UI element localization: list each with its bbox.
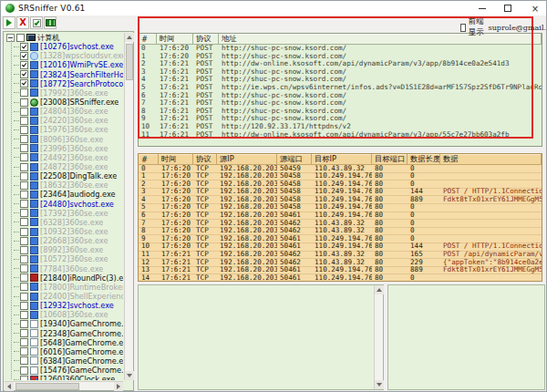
process-checkbox[interactable] — [20, 117, 28, 125]
tree-root-item[interactable]: 计算机 — [5, 33, 123, 42]
process-tree-item[interactable]: [17992]360se.exe — [5, 88, 123, 98]
process-checkbox[interactable] — [20, 61, 28, 69]
start-capture-button[interactable] — [3, 16, 15, 29]
root-checkbox[interactable] — [16, 34, 25, 42]
process-checkbox[interactable] — [20, 237, 28, 245]
process-tree-item[interactable]: [21840]iRoundPic(3).exe — [5, 273, 123, 283]
request-row[interactable]: 917:6:21POSThttp://shuc-pc-snow.ksord.co… — [139, 115, 542, 123]
request-row[interactable]: 017:6:20POSThttp://shuc-pc-snow.ksord.co… — [139, 45, 542, 53]
process-tree-item[interactable]: [22668]360se.exe — [5, 236, 123, 245]
scroll-down-button[interactable] — [375, 380, 384, 389]
process-tree-item[interactable]: [22508]DingTalk.exe — [5, 171, 123, 181]
process-checkbox[interactable] — [20, 329, 28, 337]
column-header[interactable]: 协议 — [193, 154, 217, 165]
minimize-button[interactable] — [475, 2, 490, 15]
column-header[interactable]: 目标端口 — [372, 154, 408, 165]
process-tree-item[interactable]: [15976]360se.exe — [5, 125, 123, 134]
request-row[interactable]: 717:6:21POSThttp://shuc-pc-snow.ksord.co… — [139, 99, 542, 108]
column-header[interactable]: # — [139, 154, 159, 165]
process-tree-item[interactable]: [24480]svchost.exe — [5, 200, 123, 209]
process-checkbox[interactable] — [20, 218, 28, 226]
column-header[interactable]: 数据长度 — [408, 154, 440, 165]
scroll-up-button[interactable] — [125, 33, 134, 42]
process-checkbox[interactable] — [20, 153, 28, 161]
front-display-checkbox[interactable] — [460, 24, 466, 32]
process-tree-item[interactable]: [23008]SRSniffer.exe — [5, 98, 123, 107]
process-tree-item[interactable]: [1260]360Clock.exe — [5, 375, 123, 380]
process-checkbox[interactable] — [20, 126, 28, 134]
network-adapter-button[interactable] — [44, 16, 57, 29]
process-tree-item[interactable]: [15476]GameChrome.exe — [5, 366, 123, 375]
filter-options-button[interactable] — [30, 16, 43, 29]
process-tree-item[interactable]: [8096]360se.exe — [5, 135, 123, 144]
process-checkbox[interactable] — [20, 311, 28, 319]
process-checkbox[interactable] — [20, 366, 28, 375]
process-tree-item[interactable]: [18632]360se.exe — [5, 181, 123, 190]
process-tree-item[interactable]: [12016]WmiPrvSE.exe — [5, 60, 123, 69]
request-row[interactable]: 817:6:21POSThttp://shuc-pc-snow.ksord.co… — [139, 108, 542, 116]
process-tree-item[interactable]: [17392]360se.exe — [5, 209, 123, 218]
request-row[interactable]: 317:6:21POSThttp://shuc-pc-snow.ksord.co… — [139, 68, 542, 77]
request-row[interactable]: 1117:6:21POSThttp://dw-online.ksosoft.co… — [139, 131, 542, 139]
process-tree-item[interactable]: [19340]GameChrome.exe — [5, 319, 123, 328]
process-tree-item[interactable]: [8992]360se.exe — [5, 245, 123, 254]
process-tree-item[interactable]: [5648]GameChrome.exe — [5, 338, 123, 347]
column-header[interactable]: # — [139, 34, 157, 45]
process-checkbox[interactable] — [20, 52, 28, 60]
process-checkbox[interactable] — [20, 320, 28, 328]
column-header[interactable]: 目标IP — [312, 154, 372, 165]
process-tree-item[interactable]: [10608]360se.exe — [5, 310, 123, 319]
detail-vertical-scrollbar[interactable] — [374, 285, 383, 389]
process-tree-item[interactable]: [10572]360se.exe — [5, 254, 123, 263]
process-tree-item[interactable]: [23824]SearchFilterHost.ex — [5, 70, 123, 79]
process-checkbox[interactable] — [20, 163, 28, 171]
packet-detail-pane[interactable] — [138, 284, 384, 390]
process-tree-item[interactable]: [24872]360se.exe — [5, 162, 123, 171]
request-row[interactable]: 217:6:21POSThttp://dw-online.ksosoft.com… — [139, 60, 542, 68]
process-tree-item[interactable]: [24804]360se.exe — [5, 107, 123, 116]
process-checkbox[interactable] — [20, 347, 28, 356]
scroll-right-button[interactable] — [114, 382, 123, 391]
process-tree-item[interactable]: [10276]svchost.exe — [5, 42, 123, 51]
request-row[interactable]: 1017:6:21POSThttp://120.92.33.171/httpdn… — [139, 123, 542, 131]
process-checkbox[interactable] — [20, 356, 28, 365]
process-checkbox[interactable] — [20, 172, 28, 181]
process-checkbox[interactable] — [20, 209, 28, 217]
hex-detail-pane[interactable] — [387, 284, 545, 390]
process-checkbox[interactable] — [20, 181, 28, 190]
maximize-button[interactable] — [501, 2, 515, 15]
process-checkbox[interactable] — [20, 191, 28, 199]
process-tree-item[interactable]: [24220]360se.exe — [5, 116, 123, 125]
scroll-left-button[interactable] — [5, 382, 14, 391]
process-tree-item[interactable]: [18772]SearchProtocolHost. — [5, 79, 123, 88]
process-checkbox[interactable] — [20, 108, 28, 116]
process-checkbox[interactable] — [20, 293, 28, 301]
stop-capture-button[interactable]: X — [16, 16, 29, 29]
process-tree-item[interactable]: [24492]360se.exe — [5, 153, 123, 162]
column-header[interactable]: 时间 — [159, 154, 193, 165]
process-checkbox[interactable] — [20, 273, 28, 282]
process-checkbox[interactable] — [20, 70, 28, 78]
process-tree-item[interactable]: [23464]audiodg.exe — [5, 190, 123, 199]
request-row[interactable]: 117:6:20POSThttp://shuc-pc-snow.ksord.co… — [139, 53, 542, 61]
request-row[interactable]: 417:6:21POSThttp://shuc-pc-snow.ksord.co… — [139, 76, 542, 84]
scroll-up-button[interactable] — [375, 285, 384, 294]
process-checkbox[interactable] — [20, 88, 28, 97]
process-checkbox[interactable] — [20, 246, 28, 254]
process-tree-item[interactable]: [7784]360se.exe — [5, 264, 123, 273]
process-checkbox[interactable] — [20, 200, 28, 208]
tree-vertical-scrollbar[interactable] — [124, 33, 133, 380]
process-tree-item[interactable]: [12932]svchost.exe — [5, 301, 123, 310]
process-tree-item[interactable]: [6384]GameChrome.exe — [5, 356, 123, 366]
process-checkbox[interactable] — [20, 228, 28, 236]
process-checkbox[interactable] — [20, 283, 28, 291]
process-tree-item[interactable]: [10932]360se.exe — [5, 227, 123, 236]
scroll-thumb[interactable] — [126, 44, 133, 80]
request-row[interactable]: 617:6:21POSThttp://shuc-pc-snow.ksord.co… — [139, 92, 542, 100]
scroll-thumb[interactable] — [15, 383, 79, 390]
tree-horizontal-scrollbar[interactable] — [5, 381, 123, 390]
process-checkbox[interactable] — [20, 255, 28, 263]
column-header[interactable]: 协议 — [193, 34, 219, 45]
column-header[interactable]: 数据 — [440, 154, 542, 165]
process-checkbox[interactable] — [20, 264, 28, 273]
